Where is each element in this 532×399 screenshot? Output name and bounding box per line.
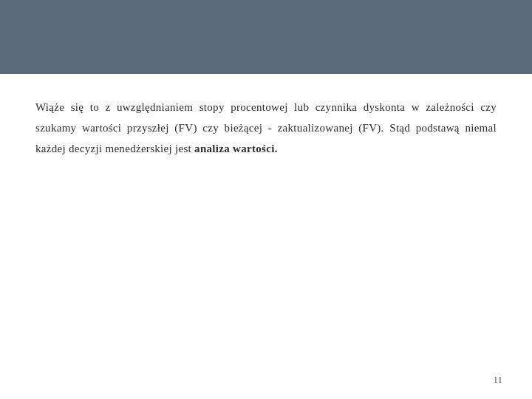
- content-area: Wiąże się to z uwzględnianiem stopy proc…: [0, 74, 532, 183]
- header-banner: [0, 0, 532, 74]
- slide-container: Wiąże się to z uwzględnianiem stopy proc…: [0, 0, 532, 399]
- page-number: 11: [493, 374, 502, 386]
- bold-text: analiza wartości.: [194, 143, 278, 154]
- main-paragraph: Wiąże się to z uwzględnianiem stopy proc…: [35, 98, 497, 159]
